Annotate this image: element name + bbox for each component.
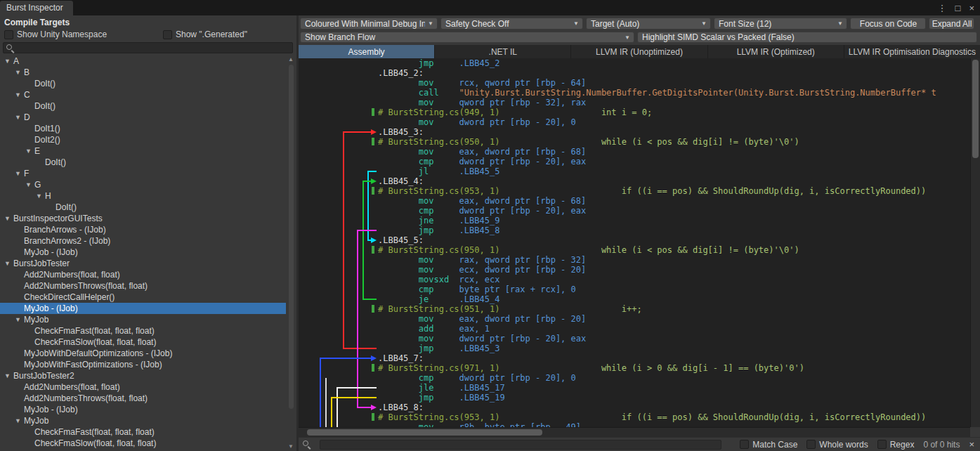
tree-item[interactable]: CheckFmaFast(float, float, float) <box>0 325 286 336</box>
match-case-checkbox[interactable]: Match Case <box>740 440 797 450</box>
find-input[interactable] <box>320 440 721 450</box>
scrollbar-thumb[interactable] <box>972 60 979 158</box>
tree-item[interactable]: CheckFmaSlow(float, float, float) <box>0 336 286 348</box>
expander-icon[interactable]: ▼ <box>25 181 34 188</box>
expander-icon[interactable]: ▼ <box>25 148 34 155</box>
code-horizontal-scrollbar[interactable] <box>299 427 970 437</box>
tree-item-label: MyJobWithFastOptimizations - (IJob) <box>24 360 162 370</box>
tree-item[interactable]: DoIt() <box>0 100 286 112</box>
scrollbar-thumb[interactable] <box>289 65 294 409</box>
branch-flow-dropdown[interactable]: Show Branch Flow▼ <box>300 32 634 43</box>
tab-llvm-ir-unoptimized[interactable]: LLVM IR (Unoptimized) <box>571 45 707 58</box>
close-find-icon[interactable]: × <box>969 439 974 450</box>
tree-item[interactable]: Add2Numbers(float, float) <box>0 269 286 280</box>
tree-item[interactable]: BranchArrows2 - (IJob) <box>0 235 286 247</box>
expand-all-button[interactable]: Expand All <box>929 18 974 30</box>
tree-item[interactable]: MyJobWithFastOptimizations - (IJob) <box>0 359 286 370</box>
tree-item[interactable]: BranchArrows - (IJob) <box>0 224 286 235</box>
tree-item[interactable]: MyJob - (IJob) <box>0 404 286 415</box>
tree-item[interactable]: ▼A <box>0 55 286 67</box>
target-dropdown-label: Target (Auto) <box>591 19 698 29</box>
branch-flow-dropdown-label: Show Branch Flow <box>305 32 622 42</box>
tree-item[interactable]: CheckDirectCallHelper() <box>0 292 286 303</box>
tree-item[interactable]: ▼G <box>0 179 286 190</box>
whole-words-checkbox[interactable]: Whole words <box>806 440 868 450</box>
scrollbar-thumb[interactable] <box>307 429 542 436</box>
debug-info-dropdown[interactable]: Coloured With Minimal Debug Info▼ <box>300 18 438 30</box>
checkbox-box[interactable] <box>163 30 172 39</box>
regex-checkbox[interactable]: Regex <box>877 440 915 450</box>
tree-item-label: Add2NumbersThrows(float, float) <box>24 281 148 291</box>
code-line: .LBB45_4: <box>299 176 970 186</box>
checkbox-box[interactable] <box>806 440 816 449</box>
tree-scrollbar[interactable]: ▲ ▼ <box>287 56 296 450</box>
tree-item[interactable]: ▼H <box>0 190 286 202</box>
expander-icon[interactable]: ▼ <box>15 69 24 76</box>
tree-item[interactable]: ▼B <box>0 67 286 78</box>
tree-item[interactable]: Add2NumbersThrows(float, float) <box>0 393 286 404</box>
tree-item[interactable]: DoIt() <box>0 202 286 213</box>
code-line: # BurstString.cs(971, 1) while (i > 0 &&… <box>299 363 970 373</box>
code-line: mov ecx, dword ptr [rbp - 20] <box>299 265 970 275</box>
tree-item[interactable]: DoIt1() <box>0 123 286 134</box>
tree-item[interactable]: ▼BurstInspectorGUITests <box>0 213 286 224</box>
window-menu-icon[interactable]: ⋮ <box>938 3 947 13</box>
safety-check-dropdown[interactable]: Safety Check Off▼ <box>440 18 583 30</box>
expander-icon[interactable]: ▼ <box>15 114 24 121</box>
tree-item[interactable]: ▼BurstJobTester2 <box>0 370 286 381</box>
tree-item[interactable]: CheckFmaFast(float, float, float) <box>0 426 286 438</box>
target-dropdown[interactable]: Target (Auto)▼ <box>586 18 711 30</box>
tree-item[interactable]: ▼MyJob <box>0 314 286 325</box>
expander-icon[interactable]: ▼ <box>36 192 45 200</box>
code-line: # BurstString.cs(953, 1) if ((i == pos) … <box>299 412 970 422</box>
tree-item[interactable]: DoIt2() <box>0 134 286 145</box>
tab-net-il[interactable]: .NET IL <box>435 45 570 58</box>
tree-item[interactable]: MyJob - (IJob) <box>0 247 286 258</box>
tree-item[interactable]: ▼MyJob <box>0 415 286 426</box>
compile-targets-search-input[interactable] <box>17 44 289 52</box>
tab-assembly[interactable]: Assembly <box>299 45 434 58</box>
checkbox-box[interactable] <box>740 440 749 449</box>
tab-llvm-ir-optimisation-diagnostics[interactable]: LLVM IR Optimisation Diagnostics <box>844 45 980 58</box>
checkbox-label: Show ".Generated" <box>176 30 247 39</box>
show-generated-checkbox[interactable]: Show ".Generated" <box>163 30 247 39</box>
maximize-icon[interactable]: □ <box>955 3 961 13</box>
simd-highlight-button[interactable]: Highlight SIMD Scalar vs Packed (False) <box>637 32 977 43</box>
focus-on-code-button[interactable]: Focus on Code <box>850 18 926 30</box>
code-line: # BurstString.cs(951, 1) i++; <box>299 304 970 314</box>
tree-item[interactable]: ▼C <box>0 89 286 100</box>
tree-item-label: MyJob <box>24 416 48 426</box>
scroll-up-icon[interactable]: ▲ <box>288 56 294 63</box>
tab-llvm-ir-optimized[interactable]: LLVM IR (Optimized) <box>708 45 844 58</box>
tree-item[interactable]: CheckFmaSlow(float, float, float) <box>0 438 286 449</box>
expander-icon[interactable]: ▼ <box>15 417 24 424</box>
code-vertical-scrollbar[interactable] <box>970 58 980 427</box>
expander-icon[interactable]: ▼ <box>4 215 13 222</box>
expand-all-button-label: Expand All <box>932 19 972 29</box>
tree-item-label: MyJob - (IJob) <box>24 247 78 257</box>
tree-item[interactable]: ▼F <box>0 168 286 179</box>
tree-item[interactable]: MyJobWithDefaultOptimizations - (IJob) <box>0 348 286 359</box>
expander-icon[interactable]: ▼ <box>4 58 13 65</box>
expander-icon[interactable]: ▼ <box>15 316 24 323</box>
expander-icon[interactable]: ▼ <box>4 372 13 379</box>
compile-targets-searchbox[interactable] <box>3 42 293 53</box>
tree-item[interactable]: ▼E <box>0 145 286 157</box>
expander-icon[interactable]: ▼ <box>15 91 24 98</box>
show-unity-namespace-checkbox[interactable]: Show Unity Namespace <box>4 30 163 39</box>
tree-item[interactable]: ▼D <box>0 112 286 123</box>
tree-item[interactable]: Add2Numbers(float, float) <box>0 381 286 393</box>
tree-item[interactable]: MyJob - (IJob) <box>0 303 286 314</box>
checkbox-box[interactable] <box>4 30 13 39</box>
tree-item[interactable]: DoIt() <box>0 157 286 168</box>
expander-icon[interactable]: ▼ <box>4 260 13 267</box>
tree-item[interactable]: DoIt() <box>0 78 286 89</box>
close-icon[interactable]: × <box>969 3 974 13</box>
expander-icon[interactable]: ▼ <box>15 170 24 177</box>
checkbox-box[interactable] <box>877 440 887 449</box>
font-size-dropdown[interactable]: Font Size (12)▼ <box>714 18 847 30</box>
scroll-down-icon[interactable]: ▼ <box>288 443 294 450</box>
tree-item[interactable]: ▼BurstJobTester <box>0 258 286 269</box>
tree-item[interactable]: Add2NumbersThrows(float, float) <box>0 280 286 292</box>
burst-inspector-tab[interactable]: Burst Inspector <box>0 1 73 15</box>
